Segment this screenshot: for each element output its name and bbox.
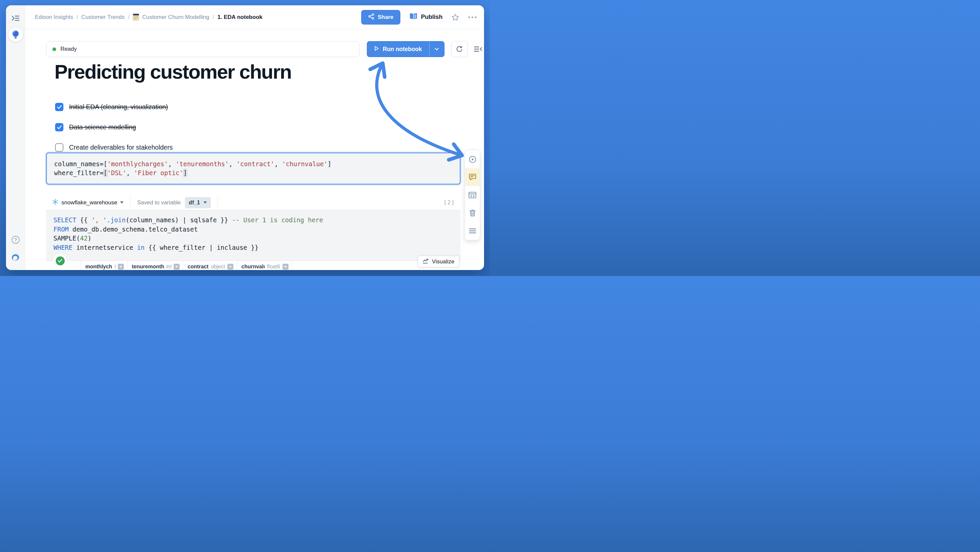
publish-label: Publish — [421, 14, 442, 21]
checklist-item: Data science modelling — [55, 123, 173, 132]
cell-menu-icon[interactable] — [465, 222, 480, 240]
chart-icon — [423, 258, 429, 265]
header-actions: Share Publish — [361, 10, 477, 25]
left-sidebar: ? — [6, 5, 25, 270]
chevron-down-icon — [204, 201, 207, 204]
checklist-label: Initial EDA (cleaning, visualization) — [69, 103, 168, 111]
share-label: Share — [378, 14, 393, 21]
sidebar-toggle-icon[interactable] — [11, 14, 20, 22]
header-divider — [130, 195, 130, 210]
play-icon — [374, 46, 379, 53]
table-column-header: churnvalue float64 — [237, 261, 292, 270]
table-column-header: monthlycharges f — [81, 261, 127, 270]
status-label: Ready — [60, 46, 77, 52]
success-check-icon — [56, 257, 65, 265]
column-name: monthlycharges — [85, 264, 112, 270]
table-column-header: tenuremonths int — [127, 261, 183, 270]
sql-cell-header: snowflake_warehouse Saved to variable df… — [46, 195, 460, 210]
publish-button[interactable]: Publish — [409, 13, 442, 22]
checkbox-unchecked[interactable] — [55, 143, 64, 152]
sql-code-line: SELECT {{ ', '.join(column_names) | sqls… — [53, 216, 460, 225]
connection-dropdown[interactable]: snowflake_warehouse — [52, 199, 124, 206]
column-menu-chevron[interactable] — [228, 264, 233, 270]
dataframe-variable-dropdown[interactable]: df_1 — [185, 197, 211, 208]
svg-text:?: ? — [14, 237, 17, 243]
column-name: churnvalue — [241, 264, 264, 270]
run-notebook-button[interactable]: Run notebook — [367, 41, 444, 57]
top-header: Edison Insights / Customer Trends / — [25, 5, 484, 29]
code-block-icon[interactable] — [465, 186, 480, 204]
chevron-down-icon — [120, 201, 124, 204]
snowflake-icon — [52, 199, 59, 206]
run-notebook-label: Run notebook — [383, 46, 422, 53]
dataframe-variable-label: df_1 — [189, 199, 200, 206]
checklist-item: Initial EDA (cleaning, visualization) — [55, 103, 173, 111]
sql-code-line: FROM demo_db.demo_schema.telco_dataset — [53, 225, 460, 234]
machine-status-bar[interactable]: Ready — [46, 41, 360, 57]
checklist-label: Create deliverables for stakeholders — [69, 144, 173, 151]
breadcrumb-separator: / — [212, 14, 214, 21]
collapse-outline-icon[interactable] — [474, 45, 483, 53]
help-button[interactable]: ? — [11, 236, 20, 244]
checklist-label: Data science modelling — [69, 124, 136, 131]
breadcrumb-separator: / — [76, 14, 78, 21]
saved-to-variable-label: Saved to variable — [137, 199, 181, 206]
run-cell-icon[interactable] — [465, 150, 480, 168]
connection-label: snowflake_warehouse — [61, 199, 117, 206]
share-button[interactable]: Share — [361, 10, 400, 25]
sql-cell: snowflake_warehouse Saved to variable df… — [46, 195, 460, 270]
run-notebook-main[interactable]: Run notebook — [367, 41, 429, 57]
star-favorite-icon[interactable] — [452, 14, 459, 21]
run-options-chevron[interactable] — [430, 41, 444, 57]
breadcrumb-project[interactable]: Customer Churn Modelling — [133, 14, 209, 21]
result-table-header: monthlycharges f tenuremonths int contra… — [46, 261, 460, 270]
column-name: contract — [188, 264, 208, 270]
checkbox-checked[interactable] — [55, 123, 64, 132]
restart-machine-button[interactable] — [451, 41, 468, 57]
checklist-item: Create deliverables for stakeholders — [55, 143, 173, 152]
sql-code-line: SAMPLE(42) — [53, 234, 460, 243]
python-cell[interactable]: column_names=['monthlycharges', 'tenurem… — [46, 152, 460, 184]
breadcrumb-separator: / — [128, 14, 129, 21]
column-name: tenuremonths — [132, 264, 164, 270]
workspace-avatar[interactable] — [8, 27, 23, 42]
column-type: f — [115, 264, 116, 270]
breadcrumb-workspace[interactable]: Edison Insights — [35, 14, 73, 21]
visualize-label: Visualize — [432, 259, 455, 265]
publish-book-icon — [409, 13, 418, 22]
status-dot — [52, 48, 56, 51]
execution-count: [2] — [444, 199, 455, 206]
column-type: object — [211, 264, 225, 270]
deepnote-logo[interactable] — [11, 253, 21, 263]
cell-success-indicator — [53, 254, 67, 267]
breadcrumb-current-page: 1. EDA notebook — [218, 14, 262, 21]
delete-cell-icon[interactable] — [465, 204, 480, 222]
breadcrumb: Edison Insights / Customer Trends / — [35, 14, 262, 21]
column-menu-chevron[interactable] — [173, 264, 180, 270]
page-title: Predicting customer churn — [54, 60, 291, 83]
column-type: float64 — [267, 264, 280, 270]
python-code-line: column_names=['monthlycharges', 'tenurem… — [54, 160, 452, 168]
share-icon — [368, 13, 374, 21]
sql-editor[interactable]: SELECT {{ ', '.join(column_names) | sqls… — [46, 210, 460, 261]
sql-code-line: WHERE internetservice in {{ where_filter… — [53, 243, 460, 252]
table-column-header: contract object — [183, 261, 237, 270]
breadcrumb-project-label: Customer Churn Modelling — [142, 14, 209, 21]
cell-toolbar — [465, 150, 480, 240]
python-code-line: where_filter=['DSL', 'Fiber optic'] — [54, 168, 452, 178]
breadcrumb-project-group[interactable]: Customer Trends — [81, 14, 124, 21]
app-window: ? Edison Insights / Customer Trends / — [6, 5, 484, 270]
comments-icon[interactable] — [465, 168, 480, 186]
column-menu-chevron[interactable] — [118, 264, 124, 270]
column-type: int — [166, 264, 171, 270]
column-menu-chevron[interactable] — [283, 264, 288, 270]
checkbox-checked[interactable] — [55, 103, 64, 111]
run-row: Ready Run notebook — [46, 41, 484, 57]
notebook-thumbnail-icon — [133, 14, 139, 21]
main-area: Edison Insights / Customer Trends / — [25, 5, 484, 270]
visualize-button[interactable]: Visualize — [418, 256, 460, 267]
more-options-icon[interactable] — [468, 16, 477, 18]
